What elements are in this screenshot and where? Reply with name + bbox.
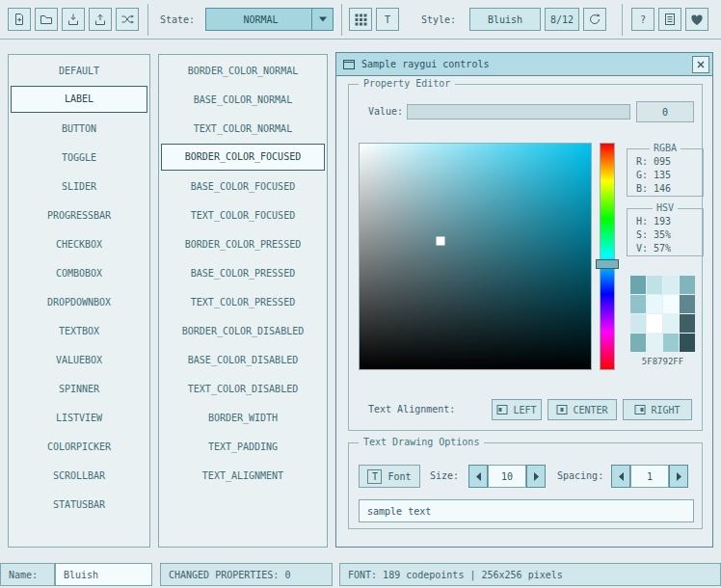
sample-text-input[interactable]: sample text: [359, 499, 694, 522]
size-increase-button[interactable]: [526, 465, 546, 488]
control-item[interactable]: CHECKBOX: [11, 229, 147, 258]
palette-swatch[interactable]: [647, 295, 662, 313]
grid-mode-button[interactable]: [349, 8, 372, 31]
grid-icon: [355, 13, 367, 26]
control-item[interactable]: TEXTBOX: [11, 316, 147, 345]
window-title: Sample raygui controls: [361, 59, 489, 69]
property-item[interactable]: TEXT_COLOR_PRESSED: [161, 287, 325, 316]
control-item[interactable]: PROGRESSBAR: [11, 200, 147, 229]
new-file-icon: [13, 13, 26, 26]
palette-swatch[interactable]: [680, 295, 695, 313]
align-left-button[interactable]: LEFT: [492, 399, 542, 420]
export-style-button[interactable]: [89, 8, 112, 31]
palette-swatch[interactable]: [663, 314, 679, 333]
style-name-input[interactable]: Bluish: [55, 563, 152, 586]
size-decrease-button[interactable]: [468, 465, 488, 488]
spacing-value-box[interactable]: 1: [630, 465, 669, 488]
control-item[interactable]: SCROLLBAR: [11, 461, 147, 490]
property-item[interactable]: BASE_COLOR_PRESSED: [161, 258, 325, 287]
property-item[interactable]: BORDER_COLOR_DISABLED: [161, 316, 325, 345]
property-item[interactable]: BORDER_WIDTH: [161, 403, 325, 432]
style-name-button[interactable]: Bluish: [469, 8, 541, 31]
control-item[interactable]: DEFAULT: [11, 56, 147, 85]
spacing-increase-button[interactable]: [669, 465, 688, 488]
palette-swatch[interactable]: [680, 314, 695, 333]
property-item[interactable]: BASE_COLOR_NORMAL: [161, 85, 325, 114]
color-saturation-value-panel[interactable]: [359, 143, 592, 370]
control-item[interactable]: DROPDOWNBOX: [11, 287, 147, 316]
properties-list: BORDER_COLOR_NORMAL BASE_COLOR_NORMAL TE…: [158, 54, 328, 548]
toolbar-separator: [622, 4, 623, 36]
spacing-decrease-button[interactable]: [611, 465, 630, 488]
hue-slider-handle[interactable]: [596, 259, 619, 269]
control-item[interactable]: VALUEBOX: [11, 345, 147, 374]
value-slider[interactable]: [407, 104, 630, 120]
palette-swatch[interactable]: [680, 276, 695, 294]
new-style-button[interactable]: [8, 8, 31, 31]
help-button[interactable]: ?: [631, 8, 654, 31]
reload-style-button[interactable]: [583, 8, 606, 31]
palette-swatch[interactable]: [647, 334, 662, 352]
palette-swatch[interactable]: [663, 276, 679, 294]
state-label: State:: [160, 14, 195, 25]
hsv-group-label: HSV: [653, 202, 678, 214]
saturation-value: S: 35%: [628, 228, 703, 242]
window-titlebar[interactable]: Sample raygui controls: [336, 53, 712, 76]
palette-swatch[interactable]: [647, 314, 662, 333]
style-name-value: Bluish: [64, 570, 98, 580]
palette-swatch[interactable]: [647, 276, 662, 294]
about-button[interactable]: [658, 8, 681, 31]
palette-swatch[interactable]: [663, 295, 679, 313]
property-item-selected[interactable]: BORDER_COLOR_FOCUSED: [161, 144, 325, 171]
palette-swatch[interactable]: [630, 295, 646, 313]
save-style-button[interactable]: [62, 8, 85, 31]
close-icon: [695, 59, 707, 70]
control-item[interactable]: SPINNER: [11, 374, 147, 403]
color-hex-value: 5F8792FF: [630, 357, 695, 366]
hue-bar[interactable]: [600, 143, 615, 370]
state-dropdown[interactable]: NORMAL: [205, 8, 334, 31]
arrow-right-icon: [532, 471, 541, 482]
control-item-selected[interactable]: LABEL: [11, 86, 147, 113]
palette-swatch[interactable]: [630, 276, 646, 294]
color-picker-marker[interactable]: [437, 236, 445, 245]
property-item[interactable]: TEXT_COLOR_FOCUSED: [161, 200, 325, 229]
align-left-label: LEFT: [513, 405, 536, 415]
random-style-button[interactable]: [116, 8, 139, 31]
control-item[interactable]: TOGGLE: [11, 143, 147, 172]
property-item[interactable]: TEXT_PADDING: [161, 432, 325, 461]
font-button[interactable]: T Font: [359, 465, 420, 488]
palette-swatch[interactable]: [630, 334, 646, 352]
font-info-text: FONT: 189 codepoints | 256x256 pixels: [348, 570, 563, 580]
style-counter-button[interactable]: 8/12: [545, 8, 579, 31]
arrow-left-icon: [617, 471, 626, 482]
control-item[interactable]: COMBOBOX: [11, 258, 147, 287]
control-item[interactable]: COLORPICKER: [11, 432, 147, 461]
size-value-box[interactable]: 10: [488, 465, 526, 488]
close-button[interactable]: [692, 56, 709, 73]
property-item[interactable]: BASE_COLOR_DISABLED: [161, 345, 325, 374]
spacing-label: Spacing:: [557, 470, 603, 482]
property-item[interactable]: BASE_COLOR_FOCUSED: [161, 172, 325, 200]
property-item[interactable]: BORDER_COLOR_NORMAL: [161, 56, 325, 85]
property-item[interactable]: TEXT_COLOR_DISABLED: [161, 374, 325, 403]
value-box[interactable]: 0: [636, 101, 694, 122]
value-label: Value:: [368, 106, 403, 118]
load-style-button[interactable]: [35, 8, 58, 31]
arrow-left-icon: [474, 471, 483, 482]
align-center-icon: [556, 404, 568, 415]
palette-swatch[interactable]: [680, 334, 695, 352]
align-center-button[interactable]: CENTER: [547, 399, 617, 420]
control-item[interactable]: SLIDER: [11, 172, 147, 200]
control-item[interactable]: BUTTON: [11, 114, 147, 143]
control-item[interactable]: STATUSBAR: [11, 490, 147, 519]
palette-swatch[interactable]: [630, 314, 646, 333]
align-right-button[interactable]: RIGHT: [623, 399, 692, 420]
palette-swatch[interactable]: [663, 334, 679, 352]
property-item[interactable]: TEXT_ALIGNMENT: [161, 461, 325, 490]
sponsor-button[interactable]: [685, 8, 708, 31]
text-mode-button[interactable]: T: [376, 8, 399, 31]
property-item[interactable]: TEXT_COLOR_NORMAL: [161, 114, 325, 143]
property-item[interactable]: BORDER_COLOR_PRESSED: [161, 229, 325, 258]
control-item[interactable]: LISTVIEW: [11, 403, 147, 432]
